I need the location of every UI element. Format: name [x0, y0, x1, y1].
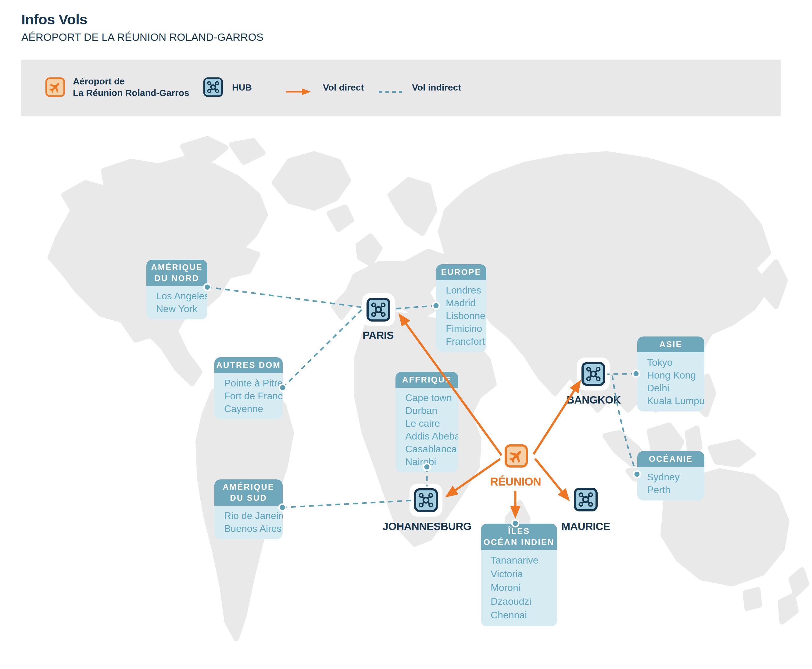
hub-label-maurice: MAURICE	[561, 520, 610, 533]
hub-johannesburg	[414, 488, 438, 512]
city-item: Los Angeles	[156, 289, 205, 303]
airport-icon-reunion	[505, 444, 528, 467]
plane-icon	[48, 80, 62, 94]
direct-flight-arrow-icon	[285, 87, 318, 96]
network-icon	[370, 301, 387, 318]
city-item: Le caire	[405, 417, 456, 430]
region-title: AMÉRIQUE DU NORD	[147, 260, 207, 286]
hub-bangkok	[581, 362, 605, 386]
region-title: ASIE	[637, 336, 704, 352]
legend-indirect-label: Vol indirect	[412, 82, 461, 92]
hub-label-johannesburg: JOHANNESBURG	[382, 520, 472, 533]
city-item: Delhi	[647, 382, 702, 394]
hub-icon	[203, 77, 223, 97]
hub-label-bangkok: BANGKOK	[566, 394, 620, 406]
region-title: ÎLES OCÉAN INDIEN	[481, 524, 557, 550]
region-card-asie: ASIE Tokyo Hong Kong Delhi Kuala Lumpur	[637, 336, 704, 412]
region-card-amerique-du-nord: AMÉRIQUE DU NORD Los Angeles New York	[147, 260, 207, 319]
city-item: Madrid	[446, 297, 484, 309]
city-item: Moroni	[490, 581, 555, 595]
city-item: Londres	[446, 284, 484, 297]
city-item: Lisbonne	[446, 309, 484, 322]
airport-icon	[45, 77, 65, 97]
hub-icon-maurice	[574, 487, 598, 511]
network-icon	[585, 365, 602, 383]
city-item: Buenos Aires	[224, 522, 280, 535]
city-item: Addis Abeba	[405, 430, 456, 442]
hub-icon-bangkok	[581, 362, 605, 386]
legend-bar: Aéroport de La Réunion Roland-Garros HUB	[21, 61, 781, 116]
city-item: Durban	[405, 404, 456, 417]
region-card-oceanie: OCÉANIE Sydney Perth	[637, 451, 704, 501]
city-item: Tokyo	[647, 356, 702, 369]
origin-reunion	[505, 444, 528, 467]
city-item: Rio de Janeiro	[224, 509, 280, 522]
city-item: Kuala Lumpur	[647, 394, 702, 407]
origin-label-reunion: RÉUNION	[490, 476, 541, 488]
city-item: Chennai	[490, 608, 555, 622]
region-card-iles-ocean-indien: ÎLES OCÉAN INDIEN Tananarive Victoria Mo…	[481, 524, 557, 626]
city-item: Cayenne	[224, 402, 280, 415]
page-subtitle: AÉROPORT DE LA RÉUNION ROLAND-GARROS	[21, 31, 263, 43]
region-card-europe: EUROPE Londres Madrid Lisbonne Fimicino …	[436, 264, 486, 352]
city-item: Pointe à Pitre	[224, 377, 280, 390]
indirect-flight-dash-icon	[377, 87, 405, 96]
plane-icon	[508, 447, 525, 464]
city-item: Tananarive	[490, 553, 555, 567]
region-title: AMÉRIQUE DU SUD	[214, 479, 283, 506]
city-item: Cape town	[405, 392, 456, 404]
region-title: OCÉANIE	[637, 451, 704, 467]
region-card-amerique-du-sud: AMÉRIQUE DU SUD Rio de Janeiro Buenos Ai…	[214, 479, 283, 539]
legend-airport-line2: La Réunion Roland-Garros	[73, 87, 189, 99]
region-title: EUROPE	[436, 264, 486, 280]
city-item: Sydney	[647, 471, 702, 483]
city-item: Fort de France	[224, 390, 280, 402]
city-item: Fimicino	[446, 322, 484, 335]
page-title: Infos Vols	[21, 11, 87, 28]
city-item: Nairobi	[405, 456, 456, 468]
region-card-affrique: AFFRIQUE Cape town Durban Le caire Addis…	[396, 372, 458, 472]
city-item: Perth	[647, 483, 702, 496]
legend-direct-label: Vol direct	[323, 82, 364, 92]
city-item: Casablanca	[405, 442, 456, 456]
hub-icon-johannesburg	[414, 488, 438, 512]
network-icon	[206, 80, 220, 94]
network-icon	[418, 492, 435, 509]
legend-airport-line1: Aéroport de	[73, 76, 125, 87]
city-item: Hong Kong	[647, 369, 702, 382]
hub-maurice	[574, 487, 598, 511]
region-card-autres-dom: AUTRES DOM Pointe à Pitre Fort de France…	[214, 357, 283, 419]
city-item: Victoria	[490, 567, 555, 581]
hub-label-paris: PARIS	[362, 329, 394, 341]
city-item: New York	[156, 303, 205, 315]
hub-paris	[367, 298, 390, 321]
network-icon	[577, 491, 594, 508]
city-item: Francfort	[446, 335, 484, 348]
legend-hub-label: HUB	[232, 82, 252, 92]
flight-infographic: Infos Vols AÉROPORT DE LA RÉUNION ROLAND…	[0, 0, 812, 669]
hub-icon-paris	[367, 298, 390, 321]
region-title: AUTRES DOM	[214, 357, 283, 373]
city-item: Dzaoudzi	[490, 595, 555, 608]
region-title: AFFRIQUE	[396, 372, 458, 388]
